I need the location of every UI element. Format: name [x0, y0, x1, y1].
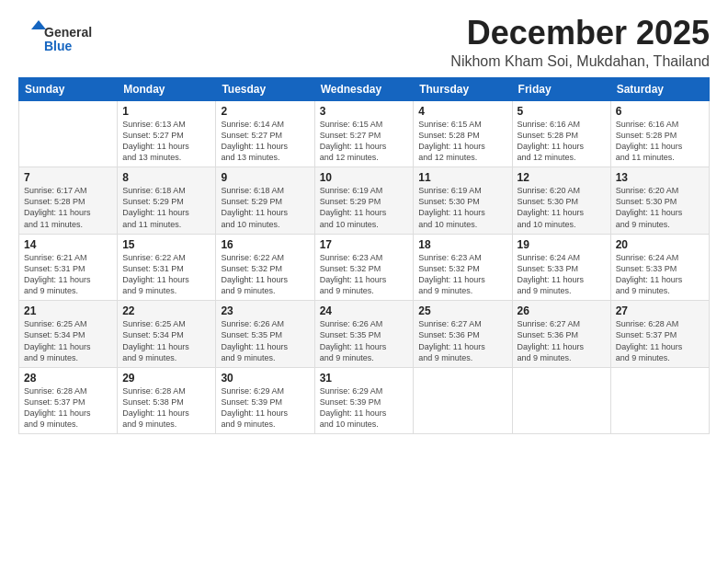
- day-number: 18: [418, 238, 506, 251]
- day-number: 30: [221, 372, 309, 385]
- day-number: 22: [122, 304, 210, 317]
- day-info: Sunrise: 6:22 AM Sunset: 5:32 PM Dayligh…: [221, 252, 309, 297]
- day-number: 10: [320, 171, 409, 184]
- day-info: Sunrise: 6:26 AM Sunset: 5:35 PM Dayligh…: [320, 318, 409, 363]
- day-number: 12: [518, 171, 606, 184]
- day-info: Sunrise: 6:26 AM Sunset: 5:35 PM Dayligh…: [221, 318, 309, 363]
- day-number: 26: [518, 304, 606, 317]
- table-cell: [512, 367, 610, 434]
- day-info: Sunrise: 6:29 AM Sunset: 5:39 PM Dayligh…: [221, 385, 309, 431]
- day-number: 24: [320, 304, 409, 317]
- table-cell: 27Sunrise: 6:28 AM Sunset: 5:37 PM Dayli…: [610, 301, 709, 368]
- day-number: 25: [418, 304, 506, 317]
- table-cell: 17Sunrise: 6:23 AM Sunset: 5:32 PM Dayli…: [314, 234, 414, 301]
- table-cell: 20Sunrise: 6:24 AM Sunset: 5:33 PM Dayli…: [610, 234, 709, 301]
- day-info: Sunrise: 6:20 AM Sunset: 5:30 PM Dayligh…: [616, 185, 704, 230]
- day-info: Sunrise: 6:20 AM Sunset: 5:30 PM Dayligh…: [518, 185, 606, 230]
- day-number: 17: [320, 238, 409, 251]
- header: General Blue December 2025 Nikhom Kham S…: [18, 15, 710, 70]
- table-cell: [19, 100, 118, 167]
- day-info: Sunrise: 6:27 AM Sunset: 5:36 PM Dayligh…: [518, 318, 606, 363]
- col-sunday: Sunday: [19, 77, 118, 100]
- calendar-week-5: 28Sunrise: 6:28 AM Sunset: 5:37 PM Dayli…: [19, 367, 710, 434]
- day-number: 2: [221, 105, 309, 118]
- day-info: Sunrise: 6:24 AM Sunset: 5:33 PM Dayligh…: [616, 252, 704, 297]
- table-cell: 11Sunrise: 6:19 AM Sunset: 5:30 PM Dayli…: [414, 167, 512, 235]
- table-cell: 23Sunrise: 6:26 AM Sunset: 5:35 PM Dayli…: [216, 301, 314, 368]
- col-tuesday: Tuesday: [216, 77, 314, 100]
- day-number: 21: [24, 304, 112, 317]
- day-number: 15: [122, 238, 210, 251]
- table-cell: 10Sunrise: 6:19 AM Sunset: 5:29 PM Dayli…: [314, 167, 414, 235]
- table-cell: [414, 367, 512, 434]
- day-info: Sunrise: 6:28 AM Sunset: 5:37 PM Dayligh…: [24, 385, 112, 431]
- col-wednesday: Wednesday: [314, 77, 414, 100]
- day-number: 6: [616, 105, 704, 118]
- day-info: Sunrise: 6:22 AM Sunset: 5:31 PM Dayligh…: [122, 252, 210, 297]
- table-cell: 9Sunrise: 6:18 AM Sunset: 5:29 PM Daylig…: [216, 167, 314, 235]
- table-cell: 6Sunrise: 6:16 AM Sunset: 5:28 PM Daylig…: [610, 100, 709, 167]
- day-info: Sunrise: 6:25 AM Sunset: 5:34 PM Dayligh…: [24, 318, 112, 363]
- day-info: Sunrise: 6:18 AM Sunset: 5:29 PM Dayligh…: [122, 185, 210, 230]
- table-cell: 16Sunrise: 6:22 AM Sunset: 5:32 PM Dayli…: [216, 234, 314, 301]
- day-number: 29: [122, 372, 210, 385]
- day-info: Sunrise: 6:19 AM Sunset: 5:30 PM Dayligh…: [418, 185, 506, 230]
- calendar-table: Sunday Monday Tuesday Wednesday Thursday…: [18, 77, 710, 435]
- page: General Blue December 2025 Nikhom Kham S…: [0, 0, 728, 563]
- table-cell: 26Sunrise: 6:27 AM Sunset: 5:36 PM Dayli…: [512, 301, 610, 368]
- table-cell: 29Sunrise: 6:28 AM Sunset: 5:38 PM Dayli…: [118, 367, 216, 434]
- day-number: 27: [616, 304, 704, 317]
- table-cell: 14Sunrise: 6:21 AM Sunset: 5:31 PM Dayli…: [19, 234, 118, 301]
- day-info: Sunrise: 6:17 AM Sunset: 5:28 PM Dayligh…: [24, 185, 112, 230]
- table-cell: 13Sunrise: 6:20 AM Sunset: 5:30 PM Dayli…: [610, 167, 709, 235]
- table-cell: 15Sunrise: 6:22 AM Sunset: 5:31 PM Dayli…: [118, 234, 216, 301]
- day-number: 31: [320, 372, 409, 385]
- table-cell: [610, 367, 709, 434]
- day-number: 19: [518, 238, 606, 251]
- day-info: Sunrise: 6:28 AM Sunset: 5:38 PM Dayligh…: [122, 385, 210, 431]
- day-number: 8: [122, 171, 210, 184]
- day-info: Sunrise: 6:21 AM Sunset: 5:31 PM Dayligh…: [24, 252, 112, 297]
- day-info: Sunrise: 6:19 AM Sunset: 5:29 PM Dayligh…: [320, 185, 409, 230]
- title-section: December 2025 Nikhom Kham Soi, Mukdahan,…: [450, 15, 710, 70]
- day-number: 28: [24, 372, 112, 385]
- logo-svg: General Blue: [18, 18, 119, 59]
- col-monday: Monday: [118, 77, 216, 100]
- table-cell: 21Sunrise: 6:25 AM Sunset: 5:34 PM Dayli…: [19, 301, 118, 368]
- logo: General Blue: [18, 18, 119, 63]
- day-number: 4: [418, 105, 506, 118]
- day-number: 16: [221, 238, 309, 251]
- day-number: 23: [221, 304, 309, 317]
- svg-text:General: General: [44, 25, 92, 40]
- day-info: Sunrise: 6:15 AM Sunset: 5:27 PM Dayligh…: [320, 119, 409, 164]
- table-cell: 24Sunrise: 6:26 AM Sunset: 5:35 PM Dayli…: [314, 301, 414, 368]
- day-info: Sunrise: 6:27 AM Sunset: 5:36 PM Dayligh…: [418, 318, 506, 363]
- day-number: 11: [418, 171, 506, 184]
- table-cell: 12Sunrise: 6:20 AM Sunset: 5:30 PM Dayli…: [512, 167, 610, 235]
- col-thursday: Thursday: [414, 77, 512, 100]
- col-friday: Friday: [512, 77, 610, 100]
- table-cell: 5Sunrise: 6:16 AM Sunset: 5:28 PM Daylig…: [512, 100, 610, 167]
- day-number: 20: [616, 238, 704, 251]
- table-cell: 7Sunrise: 6:17 AM Sunset: 5:28 PM Daylig…: [19, 167, 118, 235]
- day-number: 1: [122, 105, 210, 118]
- day-info: Sunrise: 6:18 AM Sunset: 5:29 PM Dayligh…: [221, 185, 309, 230]
- table-cell: 28Sunrise: 6:28 AM Sunset: 5:37 PM Dayli…: [19, 367, 118, 434]
- svg-text:Blue: Blue: [44, 39, 73, 53]
- day-info: Sunrise: 6:29 AM Sunset: 5:39 PM Dayligh…: [320, 385, 409, 431]
- day-info: Sunrise: 6:24 AM Sunset: 5:33 PM Dayligh…: [518, 252, 606, 297]
- day-number: 5: [518, 105, 606, 118]
- day-info: Sunrise: 6:25 AM Sunset: 5:34 PM Dayligh…: [122, 318, 210, 363]
- month-title: December 2025: [450, 15, 710, 52]
- table-cell: 30Sunrise: 6:29 AM Sunset: 5:39 PM Dayli…: [216, 367, 314, 434]
- table-cell: 3Sunrise: 6:15 AM Sunset: 5:27 PM Daylig…: [314, 100, 414, 167]
- day-number: 14: [24, 238, 112, 251]
- calendar-week-3: 14Sunrise: 6:21 AM Sunset: 5:31 PM Dayli…: [19, 234, 710, 301]
- calendar-week-1: 1Sunrise: 6:13 AM Sunset: 5:27 PM Daylig…: [19, 100, 710, 167]
- calendar-week-2: 7Sunrise: 6:17 AM Sunset: 5:28 PM Daylig…: [19, 167, 710, 235]
- table-cell: 25Sunrise: 6:27 AM Sunset: 5:36 PM Dayli…: [414, 301, 512, 368]
- table-cell: 18Sunrise: 6:23 AM Sunset: 5:32 PM Dayli…: [414, 234, 512, 301]
- col-saturday: Saturday: [610, 77, 709, 100]
- day-number: 7: [24, 171, 112, 184]
- day-info: Sunrise: 6:28 AM Sunset: 5:37 PM Dayligh…: [616, 318, 704, 363]
